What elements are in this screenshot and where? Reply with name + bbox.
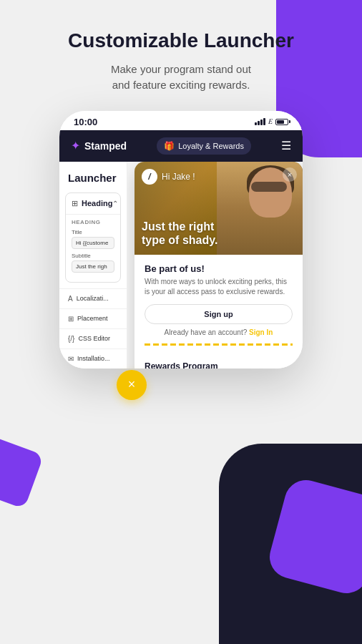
sidebar: Launcher ⊞ Heading ⌃ HEADING Title xyxy=(59,162,127,369)
sidebar-item-localization[interactable]: A Localizati... xyxy=(59,288,127,308)
popup-cta-text: With more ways to unlock exciting perks,… xyxy=(145,277,293,297)
hero-glasses xyxy=(251,182,287,192)
bg-decoration-left xyxy=(0,436,44,509)
sidebar-item-css-editor[interactable]: {/} CSS Editor xyxy=(59,328,127,348)
popup-close-button[interactable]: × xyxy=(283,167,297,182)
heading-toggle[interactable]: ⊞ Heading ⌃ xyxy=(66,193,120,214)
nav-brand-name: Stamped xyxy=(84,140,127,152)
status-time: 10:00 xyxy=(74,117,97,127)
css-editor-icon: {/} xyxy=(68,335,74,343)
localization-label: Localizati... xyxy=(77,295,109,302)
page-title: Customizable Launcher xyxy=(68,29,294,53)
sidebar-item-placement[interactable]: ⊞ Placement xyxy=(59,308,127,328)
heading-toggle-left: ⊞ Heading xyxy=(72,199,112,208)
popup-signup-button[interactable]: Sign up xyxy=(145,304,293,324)
popup-signin-text: Already have an account? Sign In xyxy=(145,328,293,336)
subtitle-field-label: Subtitle xyxy=(72,253,114,259)
nav-brand: ✦ Stamped xyxy=(71,139,127,152)
yellow-close-icon: × xyxy=(128,377,136,392)
rewards-section: Rewards Program Earn Points for differen… xyxy=(134,361,303,369)
popup-logo-icon: / xyxy=(148,172,150,182)
yellow-close-button[interactable]: × xyxy=(117,370,147,400)
popup-hero: × / Hi Jake ! Just the right type of sha… xyxy=(134,162,303,255)
signal-bars-icon xyxy=(255,118,265,125)
popup-tagline: Just the right type of shady. xyxy=(142,220,217,247)
loyalty-tab-icon: 🎁 xyxy=(164,141,175,151)
subtitle-field-value[interactable]: Just the righ xyxy=(72,260,114,273)
status-bar: 10:00 𝛦 xyxy=(59,111,303,130)
subtitle-field-group: Subtitle Just the righ xyxy=(72,253,114,273)
heading-section-type-label: HEADING xyxy=(72,219,114,225)
sidebar-item-installation[interactable]: ✉ Installatio... xyxy=(59,348,127,369)
css-editor-label: CSS Editor xyxy=(78,335,110,342)
popup-brand: / Hi Jake ! xyxy=(142,169,195,185)
stamped-logo-icon: ✦ xyxy=(71,139,80,152)
popup-greeting: Hi Jake ! xyxy=(162,172,195,182)
placement-icon: ⊞ xyxy=(68,315,74,323)
title-field-group: Title Hi {{custome xyxy=(72,229,114,249)
heading-content: HEADING Title Hi {{custome Subtitle Just… xyxy=(66,214,120,282)
title-field-label: Title xyxy=(72,229,114,235)
heading-section: ⊞ Heading ⌃ HEADING Title Hi {{custome S… xyxy=(65,192,121,283)
installation-icon: ✉ xyxy=(68,355,74,363)
heading-section-label: Heading xyxy=(82,199,112,208)
sidebar-title: Launcher xyxy=(59,172,127,192)
installation-label: Installatio... xyxy=(77,355,110,362)
wifi-icon: 𝛦 xyxy=(268,117,273,126)
phone-body: Launcher ⊞ Heading ⌃ HEADING Title xyxy=(59,162,303,369)
nav-bar: ✦ Stamped 🎁 Loyalty & Rewards ☰ xyxy=(59,130,303,162)
nav-menu-icon[interactable]: ☰ xyxy=(281,139,291,152)
localization-icon: A xyxy=(68,295,73,303)
loyalty-tab-label: Loyalty & Rewards xyxy=(178,142,244,150)
phone-mockup: 10:00 𝛦 ✦ Stamped 🎁 xyxy=(59,111,303,369)
page-subtitle: Make your program stand outand feature e… xyxy=(111,62,251,94)
popup-modal: × / Hi Jake ! Just the right type of sha… xyxy=(134,162,303,369)
rewards-title: Rewards Program xyxy=(145,361,293,369)
title-field-value[interactable]: Hi {{custome xyxy=(72,237,114,249)
main-content: × / Hi Jake ! Just the right type of sha… xyxy=(127,162,303,369)
popup-divider xyxy=(145,343,293,346)
nav-loyalty-tab[interactable]: 🎁 Loyalty & Rewards xyxy=(157,137,251,155)
battery-icon xyxy=(275,119,288,125)
chevron-up-icon: ⌃ xyxy=(112,200,118,208)
placement-label: Placement xyxy=(77,315,108,322)
status-icons: 𝛦 xyxy=(255,117,288,126)
popup-brand-logo: / xyxy=(142,169,157,185)
popup-cta-title: Be part of us! xyxy=(145,263,293,274)
heading-section-icon: ⊞ xyxy=(72,199,78,208)
popup-body: Be part of us! With more ways to unlock … xyxy=(134,255,303,361)
popup-signin-link[interactable]: Sign In xyxy=(249,328,273,336)
